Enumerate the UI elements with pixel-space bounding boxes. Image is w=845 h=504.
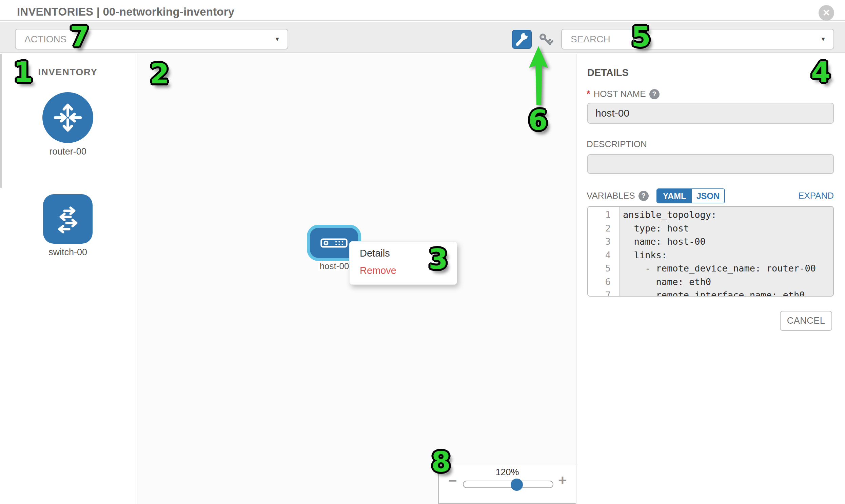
annotation-2: 2 — [150, 60, 169, 88]
line-number: 2 — [588, 222, 615, 235]
line-number: 5 — [588, 262, 615, 275]
help-icon[interactable]: ? — [638, 191, 649, 201]
host-name-label: HOST NAME — [594, 89, 646, 99]
host-name-label-row: * HOST NAME ? — [587, 89, 659, 99]
line-number: 1 — [588, 208, 615, 222]
annotation-5: 5 — [631, 23, 651, 51]
line-text: name: eth0 — [615, 275, 711, 289]
chevron-down-icon: ▼ — [820, 36, 826, 43]
zoom-level-readout: 120% — [439, 467, 576, 478]
line-text: name: host-00 — [615, 235, 706, 249]
toolbar: ACTIONS ▼ SEARCH ▼ — [0, 22, 845, 53]
code-line: 5 - remote_device_name: router-00 — [588, 262, 833, 275]
details-panel-title: DETAILS — [587, 67, 629, 78]
router-node[interactable] — [42, 92, 93, 143]
line-number: 4 — [588, 249, 615, 262]
annotation-4: 4 — [811, 58, 830, 86]
line-number: 7 — [588, 288, 615, 296]
variables-label-row: VARIABLES ? — [587, 191, 649, 201]
line-text: ansible_topology: — [615, 208, 717, 222]
actions-placeholder: ACTIONS — [24, 34, 67, 45]
search-dropdown[interactable]: SEARCH ▼ — [561, 29, 834, 50]
page-title: INVENTORIES | 00-networking-inventory — [17, 5, 234, 18]
zoom-slider-track[interactable] — [463, 481, 553, 488]
inventory-item-switch[interactable]: switch-00 — [0, 194, 136, 257]
line-text: - remote_device_name: router-00 — [615, 262, 816, 275]
toggle-json[interactable]: JSON — [692, 189, 724, 203]
variables-code-editor[interactable]: 1 ansible_topology: 2 type: host 3 name:… — [587, 206, 834, 296]
line-number: 3 — [588, 235, 615, 249]
search-placeholder: SEARCH — [571, 34, 610, 45]
code-line: 2 type: host — [588, 222, 833, 235]
switch-node[interactable] — [43, 194, 92, 244]
switch-node-label: switch-00 — [0, 247, 136, 257]
annotation-1: 1 — [14, 58, 33, 86]
description-input[interactable] — [587, 154, 834, 174]
line-text: type: host — [615, 222, 689, 235]
router-node-label: router-00 — [0, 146, 136, 157]
toggle-yaml[interactable]: YAML — [657, 189, 692, 203]
annotation-8: 8 — [431, 448, 451, 476]
line-text: links: — [615, 249, 667, 262]
description-label-row: DESCRIPTION — [587, 139, 647, 149]
code-line: 4 links: — [588, 249, 833, 262]
router-icon — [50, 100, 85, 135]
description-label: DESCRIPTION — [587, 139, 647, 149]
green-up-arrow — [524, 44, 555, 108]
host-icon — [320, 238, 348, 248]
line-number: 6 — [588, 275, 615, 289]
required-marker: * — [587, 89, 591, 99]
variables-label: VARIABLES — [587, 191, 635, 201]
variables-format-toggle: YAML JSON — [656, 188, 725, 203]
inventory-topology-screen: INVENTORIES | 00-networking-inventory ✕ … — [0, 0, 845, 504]
host-node-label: host-00 — [318, 261, 351, 271]
close-icon[interactable]: ✕ — [818, 5, 834, 21]
zoom-slider-handle[interactable] — [511, 479, 523, 491]
code-line: 6 name: eth0 — [588, 275, 833, 289]
code-line: 1 ansible_topology: — [588, 208, 833, 222]
code-line: 7 remote_interface_name: eth0 — [588, 288, 833, 296]
inventory-item-router[interactable]: router-00 — [0, 92, 136, 157]
cancel-button[interactable]: CANCEL — [780, 311, 832, 331]
actions-dropdown[interactable]: ACTIONS ▼ — [15, 29, 288, 50]
zoom-control-panel: 120% − + — [438, 464, 576, 504]
line-text: remote_interface_name: eth0 — [615, 288, 805, 296]
chevron-down-icon: ▼ — [274, 36, 280, 43]
app-header: INVENTORIES | 00-networking-inventory ✕ — [0, 0, 845, 21]
host-name-input[interactable] — [587, 103, 834, 124]
annotation-7: 7 — [70, 23, 89, 51]
inventory-sidebar: INVENTORY router-00 — [0, 54, 136, 504]
zoom-in-button[interactable]: + — [558, 473, 567, 488]
annotation-6: 6 — [528, 106, 548, 134]
switch-icon — [51, 202, 85, 236]
annotation-3: 3 — [428, 246, 448, 273]
help-icon[interactable]: ? — [649, 89, 659, 99]
code-line: 3 name: host-00 — [588, 235, 833, 249]
expand-link[interactable]: EXPAND — [798, 191, 834, 201]
code-lines: 1 ansible_topology: 2 type: host 3 name:… — [588, 208, 833, 296]
